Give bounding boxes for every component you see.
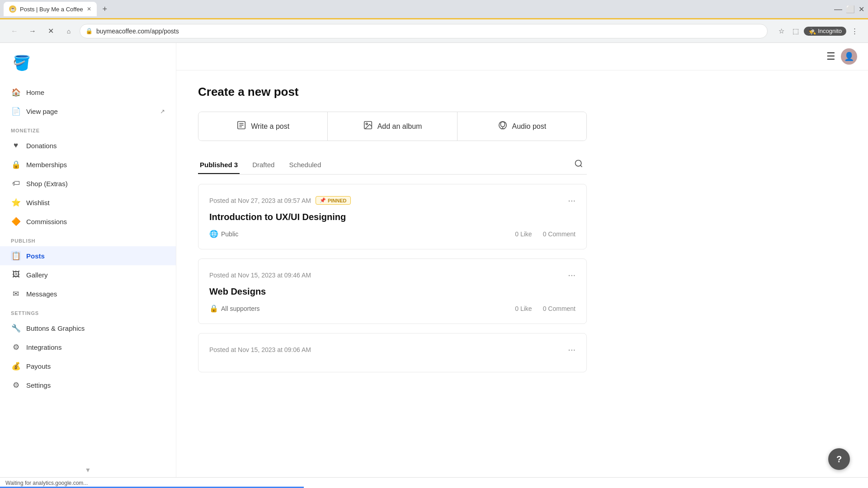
sidebar-item-donations-label: Donations <box>26 142 57 150</box>
payouts-icon: 💰 <box>11 361 21 371</box>
post-2-footer: 🔒 All supporters 0 Like 0 Comment <box>209 304 576 313</box>
sidebar-item-commissions[interactable]: 🔶 Commissions <box>0 212 176 231</box>
post-1-title: Introduction to UX/UI Designing <box>209 212 576 222</box>
sidebar-item-messages[interactable]: ✉ Messages <box>0 284 176 303</box>
add-album-icon <box>363 120 373 132</box>
post-2-options-button[interactable]: ··· <box>568 270 576 280</box>
scroll-down-indicator: ▼ <box>0 463 176 477</box>
add-album-button[interactable]: Add an album <box>328 112 457 141</box>
sidebar-item-donations[interactable]: ♥ Donations <box>0 136 176 155</box>
sidebar-item-view-page-label: View page <box>26 108 58 115</box>
post-card-3: Posted at Nov 15, 2023 at 09:06 AM ··· <box>198 333 587 372</box>
settings-section-label: SETTINGS <box>0 303 176 319</box>
tab-published[interactable]: Published 3 <box>198 156 240 174</box>
lock-icon: 🔒 <box>85 28 93 34</box>
audio-post-label: Audio post <box>512 122 547 131</box>
reload-button[interactable]: ✕ <box>43 24 58 38</box>
sidebar-item-buttons-graphics[interactable]: 🔧 Buttons & Graphics <box>0 319 176 338</box>
lock-icon: 🔒 <box>209 304 218 313</box>
sidebar-item-payouts-label: Payouts <box>26 362 51 370</box>
browser-tab[interactable]: ☕ Posts | Buy Me a Coffee ✕ <box>4 2 97 16</box>
sidebar-item-posts[interactable]: 📋 Posts <box>0 246 176 265</box>
tabs-row: Published 3 Drafted Scheduled <box>198 155 587 175</box>
page-title: Create a new post <box>198 85 587 99</box>
sidebar-item-gallery-label: Gallery <box>26 271 48 279</box>
add-album-label: Add an album <box>377 122 422 131</box>
browser-window: ☕ Posts | Buy Me a Coffee ✕ + — ⬜ ✕ ← → … <box>0 0 868 488</box>
memberships-icon: 🔒 <box>11 160 21 169</box>
post-1-footer: 🌐 Public 0 Like 0 Comment <box>209 230 576 238</box>
gallery-icon: 🖼 <box>11 270 21 280</box>
app-layout: 🪣 🏠 Home 📄 View page ↗ MONETIZE ♥ <box>0 43 868 477</box>
post-1-visibility: 🌐 Public <box>209 230 238 238</box>
post-3-options-button[interactable]: ··· <box>568 344 576 355</box>
visibility-icon: 🌐 <box>209 230 218 238</box>
home-button[interactable]: ⌂ <box>61 24 76 38</box>
sidebar-scroll: 🏠 Home 📄 View page ↗ MONETIZE ♥ Donation… <box>0 83 176 463</box>
sidebar-item-commissions-label: Commissions <box>26 218 67 225</box>
tab-drafted[interactable]: Drafted <box>250 156 276 174</box>
close-window-button[interactable]: ✕ <box>859 5 864 14</box>
publish-section-label: PUBLISH <box>0 231 176 246</box>
status-bar: Waiting for analytics.google.com... <box>0 477 868 488</box>
sidebar-item-wishlist-label: Wishlist <box>26 199 50 206</box>
svg-point-9 <box>576 160 581 166</box>
sidebar-item-shop-extras-label: Shop (Extras) <box>26 180 68 188</box>
post-card-2: Posted at Nov 15, 2023 at 09:46 AM ··· W… <box>198 258 587 324</box>
external-link-icon: ↗ <box>160 108 165 115</box>
help-button[interactable]: ? <box>828 448 850 470</box>
post-1-date: Posted at Nov 27, 2023 at 09:57 AM <box>209 197 311 204</box>
post-3-meta: Posted at Nov 15, 2023 at 09:06 AM ··· <box>209 344 576 355</box>
forward-button[interactable]: → <box>25 24 40 38</box>
monetize-section-label: MONETIZE <box>0 121 176 136</box>
back-button[interactable]: ← <box>7 24 22 38</box>
post-2-title: Web Designs <box>209 286 576 297</box>
post-1-options-button[interactable]: ··· <box>568 195 576 206</box>
sidebar-item-memberships-label: Memberships <box>26 161 67 169</box>
audio-post-icon <box>498 120 508 132</box>
write-post-button[interactable]: Write a post <box>198 112 328 141</box>
browser-controls: ← → ✕ ⌂ 🔒 buymeacoffee.com/app/posts ☆ ⬚… <box>0 19 868 43</box>
post-2-date: Posted at Nov 15, 2023 at 09:46 AM <box>209 272 311 279</box>
sidebar-item-home[interactable]: 🏠 Home <box>0 83 176 102</box>
post-3-date: Posted at Nov 15, 2023 at 09:06 AM <box>209 346 311 353</box>
tab-favicon: ☕ <box>9 5 16 13</box>
address-bar[interactable]: 🔒 buymeacoffee.com/app/posts <box>80 24 768 38</box>
posts-list: Posted at Nov 27, 2023 at 09:57 AM 📌 PIN… <box>198 184 587 372</box>
new-tab-button[interactable]: + <box>99 3 111 15</box>
extension-icon[interactable]: ⬚ <box>789 25 802 38</box>
post-1-meta: Posted at Nov 27, 2023 at 09:57 AM 📌 PIN… <box>209 195 576 206</box>
post-type-row: Write a post Add an album <box>198 112 587 141</box>
url-display: buymeacoffee.com/app/posts <box>96 28 762 35</box>
sidebar-item-view-page[interactable]: 📄 View page ↗ <box>0 102 176 121</box>
post-2-comments: 0 Comment <box>543 305 576 312</box>
menu-icon[interactable]: ⋮ <box>848 25 861 38</box>
main-header: ☰ 👤 <box>176 43 868 70</box>
post-card-1: Posted at Nov 27, 2023 at 09:57 AM 📌 PIN… <box>198 184 587 249</box>
sidebar-item-wishlist[interactable]: ⭐ Wishlist <box>0 193 176 212</box>
post-2-meta: Posted at Nov 15, 2023 at 09:46 AM ··· <box>209 270 576 280</box>
hamburger-button[interactable]: ☰ <box>826 51 835 62</box>
svg-point-5 <box>366 123 368 125</box>
maximize-button[interactable]: ⬜ <box>846 5 855 14</box>
sidebar-item-integrations[interactable]: ⚙ Integrations <box>0 338 176 357</box>
sidebar-item-shop-extras[interactable]: 🏷 Shop (Extras) <box>0 174 176 193</box>
sidebar-item-gallery[interactable]: 🖼 Gallery <box>0 265 176 284</box>
browser-titlebar: ☕ Posts | Buy Me a Coffee ✕ + — ⬜ ✕ <box>0 0 868 18</box>
messages-icon: ✉ <box>11 289 21 299</box>
write-post-label: Write a post <box>251 122 289 131</box>
minimize-button[interactable]: — <box>834 5 842 14</box>
sidebar-logo: 🪣 <box>0 43 176 83</box>
bookmark-icon[interactable]: ☆ <box>775 25 788 38</box>
search-icon[interactable] <box>571 155 587 174</box>
sidebar-item-payouts[interactable]: 💰 Payouts <box>0 357 176 375</box>
pinned-badge: 📌 PINNED <box>316 196 351 205</box>
audio-post-button[interactable]: Audio post <box>458 112 586 141</box>
tab-scheduled[interactable]: Scheduled <box>287 156 323 174</box>
sidebar-item-memberships[interactable]: 🔒 Memberships <box>0 155 176 174</box>
tab-close-button[interactable]: ✕ <box>87 6 91 12</box>
user-avatar[interactable]: 👤 <box>841 48 857 65</box>
sidebar-item-settings[interactable]: ⚙ Settings <box>0 375 176 394</box>
sidebar-item-messages-label: Messages <box>26 290 57 298</box>
home-icon: 🏠 <box>11 87 21 97</box>
